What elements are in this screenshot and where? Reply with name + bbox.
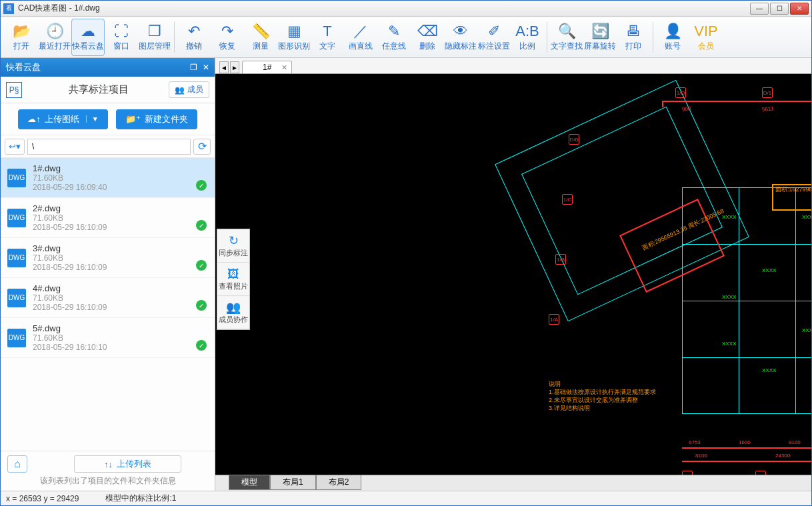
members-button[interactable]: 👥 成员 — [169, 81, 209, 98]
toolbar-vip[interactable]: VIP会员 — [689, 19, 723, 56]
maximize-button[interactable]: ☐ — [770, 3, 789, 15]
back-button[interactable]: ↩▾ — [5, 139, 25, 155]
toolbar-text[interactable]: T文字 — [311, 19, 344, 56]
title-bar: 看 CAD快速看图 - 1#.dwg — ☐ ✕ — [1, 1, 811, 17]
toolbar-account[interactable]: 👤账号 — [656, 19, 689, 56]
toolbar-findtext[interactable]: 🔍文字查找 — [550, 19, 583, 56]
home-button[interactable]: ⌂ — [7, 455, 27, 473]
float-photos[interactable]: 🖼查看照片 — [217, 263, 249, 296]
drawing-canvas[interactable]: ↻同步标注🖼查看照片👥成员协作 面积:29565913.35 周长:22005.… — [215, 74, 811, 475]
file-item[interactable]: DWG 4#.dwg 71.60KB 2018-05-29 16:10:09 ✓ — [1, 278, 215, 318]
vip-icon: VIP — [694, 22, 717, 41]
toolbar-window[interactable]: ⛶窗口 — [105, 19, 138, 56]
toolbar-markset[interactable]: ✐标注设置 — [477, 19, 511, 56]
tab-nav-next[interactable]: ► — [230, 61, 239, 73]
dwg-file-icon: DWG — [7, 249, 26, 267]
tab-nav-prev[interactable]: ◄ — [219, 61, 229, 73]
dwg-file-icon: DWG — [7, 169, 26, 187]
sidebar-hint: 该列表列出了项目的文件和文件夹信息 — [40, 475, 176, 487]
upload-dropdown-caret[interactable]: ▼ — [86, 115, 99, 123]
close-button[interactable]: ✕ — [790, 3, 809, 15]
toolbar-print[interactable]: 🖶打印 — [617, 19, 650, 56]
toolbar-measure[interactable]: 📏测量 — [244, 19, 277, 56]
window-title: CAD快速看图 - 1#.dwg — [18, 3, 100, 14]
scale-icon: A:B — [515, 22, 539, 41]
toolbar-recent[interactable]: 🕘最近打开 — [38, 19, 71, 56]
folder-plus-icon: 📁⁺ — [125, 114, 141, 124]
float-collab[interactable]: 👥成员协作 — [217, 296, 249, 329]
document-tabstrip: ◄ ► 1# ✕ — [215, 58, 811, 74]
rotate-icon: 🔄 — [591, 22, 609, 41]
sidebar-header: 快看云盘 ❐ ✕ — [1, 58, 215, 77]
upload-icon: ☁↑ — [27, 114, 41, 124]
sync-ok-icon: ✓ — [196, 260, 207, 271]
toolbar-scale[interactable]: A:B比例 — [511, 19, 544, 56]
share-project-row: P§ 共享标注项目 👥 成员 — [1, 77, 215, 103]
document-tab[interactable]: 1# ✕ — [242, 61, 292, 73]
line-icon: ／ — [353, 22, 368, 41]
file-item[interactable]: DWG 1#.dwg 71.60KB 2018-05-29 16:09:40 ✓ — [1, 158, 215, 198]
sidebar-close-icon[interactable]: ✕ — [203, 63, 209, 72]
layout-tab[interactable]: 模型 — [229, 475, 270, 490]
sidebar-undock-icon[interactable]: ❐ — [190, 63, 197, 72]
redo-icon: ↷ — [221, 22, 233, 41]
toolbar-shape-rec[interactable]: ▦图形识别 — [277, 19, 311, 56]
sync-icon: ↻ — [229, 233, 239, 248]
status-coords: x = 26593 y = 29429 — [6, 494, 79, 503]
file-item[interactable]: DWG 5#.dwg 71.60KB 2018-05-29 16:10:10 ✓ — [1, 318, 215, 358]
print-icon: 🖶 — [626, 22, 641, 41]
upload-list-button[interactable]: ↑↓ 上传列表 — [74, 455, 181, 473]
undo-icon: ↶ — [188, 22, 200, 41]
toolbar-cloud[interactable]: ☁快看云盘 — [71, 19, 105, 56]
file-item[interactable]: DWG 2#.dwg 71.60KB 2018-05-29 16:10:09 ✓ — [1, 198, 215, 238]
cloud-icon: ☁ — [81, 22, 95, 41]
share-project-icon: P§ — [6, 82, 22, 98]
sync-ok-icon: ✓ — [196, 300, 207, 311]
members-icon: 👥 — [175, 85, 185, 95]
refresh-button[interactable]: ⟳ — [193, 139, 211, 155]
toolbar-line[interactable]: ／画直线 — [344, 19, 377, 56]
text-icon: T — [323, 22, 331, 41]
cloud-sidebar: 快看云盘 ❐ ✕ P§ 共享标注项目 👥 成员 ☁↑ 上传图纸 ▼ 📁⁺ 新建文… — [1, 58, 215, 491]
photos-icon: 🖼 — [227, 267, 239, 281]
dwg-file-icon: DWG — [7, 209, 26, 227]
layout-tab[interactable]: 布局1 — [270, 475, 316, 490]
measure-icon: 📏 — [252, 22, 270, 41]
float-sync[interactable]: ↻同步标注 — [217, 229, 249, 263]
delete-icon: ⌫ — [417, 22, 438, 41]
sync-ok-icon: ✓ — [196, 180, 207, 191]
hidemark-icon: 👁 — [453, 22, 468, 41]
window-icon: ⛶ — [114, 22, 129, 41]
minimize-button[interactable]: — — [750, 3, 769, 15]
layers-icon: ❒ — [148, 22, 161, 41]
toolbar-freeline[interactable]: ✎任意线 — [377, 19, 411, 56]
toolbar-layers[interactable]: ❒图层管理 — [138, 19, 171, 56]
status-scale: 模型中的标注比例:1 — [105, 493, 176, 504]
recent-icon: 🕘 — [46, 22, 64, 41]
toolbar-redo[interactable]: ↷恢复 — [211, 19, 244, 56]
toolbar-hidemark[interactable]: 👁隐藏标注 — [444, 19, 477, 56]
main-toolbar: 📂打开🕘最近打开☁快看云盘⛶窗口❒图层管理↶撤销↷恢复📏测量▦图形识别T文字／画… — [1, 17, 811, 58]
status-bar: x = 26593 y = 29429 模型中的标注比例:1 — [1, 491, 811, 505]
canvas-float-panel: ↻同步标注🖼查看照片👥成员协作 — [217, 229, 250, 330]
file-item[interactable]: DWG 3#.dwg 71.60KB 2018-05-29 16:10:09 ✓ — [1, 238, 215, 278]
toolbar-rotate[interactable]: 🔄屏幕旋转 — [583, 19, 617, 56]
shape-rec-icon: ▦ — [287, 22, 301, 41]
path-input[interactable] — [27, 139, 191, 155]
share-project-label: 共享标注项目 — [29, 83, 169, 96]
sync-ok-icon: ✓ — [196, 340, 207, 351]
toolbar-open[interactable]: 📂打开 — [5, 19, 38, 56]
sync-ok-icon: ✓ — [196, 220, 207, 231]
account-icon: 👤 — [664, 22, 682, 41]
markset-icon: ✐ — [488, 22, 500, 41]
toolbar-undo[interactable]: ↶撤销 — [177, 19, 211, 56]
dwg-file-icon: DWG — [7, 289, 26, 307]
tab-close-icon[interactable]: ✕ — [281, 63, 287, 72]
layout-tab[interactable]: 布局2 — [316, 475, 362, 490]
dwg-file-icon: DWG — [7, 329, 26, 347]
new-folder-button[interactable]: 📁⁺ 新建文件夹 — [116, 109, 197, 129]
layout-tabs: 模型布局1布局2 — [215, 475, 811, 491]
upload-drawing-button[interactable]: ☁↑ 上传图纸 ▼ — [18, 109, 107, 129]
toolbar-delete[interactable]: ⌫删除 — [411, 19, 444, 56]
upload-list-icon: ↑↓ — [104, 459, 113, 469]
